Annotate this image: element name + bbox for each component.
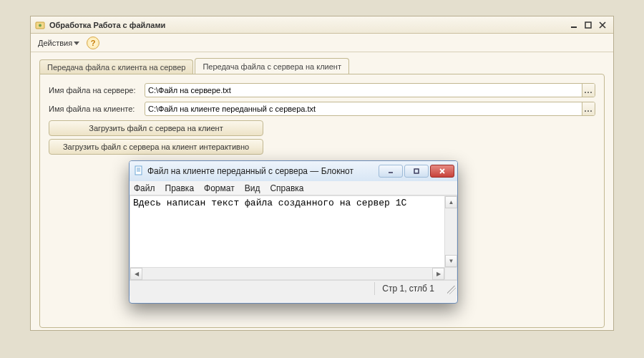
server-file-field: ... bbox=[145, 83, 595, 97]
notepad-title: Файл на клиенте переданный с сервера — Б… bbox=[147, 166, 377, 176]
minimize-button[interactable] bbox=[567, 19, 580, 31]
notepad-content: Вдесь написан текст файла созданного на … bbox=[130, 196, 457, 210]
client-file-field: ... bbox=[145, 102, 595, 116]
notepad-menu-edit[interactable]: Правка bbox=[165, 183, 195, 193]
vertical-scrollbar[interactable]: ▲ ▼ bbox=[444, 196, 457, 267]
download-interactive-button[interactable]: Загрузить файл с сервера на клиент интер… bbox=[49, 139, 263, 155]
actions-menu[interactable]: Действия bbox=[35, 37, 82, 49]
scroll-left-icon[interactable]: ◀ bbox=[130, 268, 142, 280]
scrollbar-corner bbox=[444, 267, 457, 279]
maximize-button[interactable] bbox=[582, 19, 595, 31]
download-button[interactable]: Загрузить файл с сервера на клиент bbox=[49, 120, 263, 136]
notepad-titlebar[interactable]: Файл на клиенте переданный с сервера — Б… bbox=[130, 161, 457, 181]
server-file-input[interactable] bbox=[145, 84, 582, 97]
svg-marker-6 bbox=[74, 42, 79, 45]
svg-rect-3 bbox=[585, 22, 591, 28]
svg-rect-12 bbox=[414, 169, 419, 173]
notepad-menu-file[interactable]: Файл bbox=[134, 183, 155, 193]
toolbar: Действия ? bbox=[31, 34, 613, 52]
scroll-right-icon[interactable]: ▶ bbox=[432, 268, 444, 280]
tab-server-to-client[interactable]: Передача файла с сервера на клиент bbox=[195, 58, 349, 74]
client-file-browse-button[interactable]: ... bbox=[582, 102, 595, 115]
window-title: Обработка Работа с файлами bbox=[49, 21, 566, 29]
tab-strip: Передача файла с клиента на сервер Перед… bbox=[31, 52, 613, 74]
notepad-menubar: Файл Правка Формат Вид Справка bbox=[130, 181, 457, 195]
close-button[interactable] bbox=[596, 19, 609, 31]
client-file-label: Имя файла на клиенте: bbox=[49, 105, 145, 113]
notepad-cursor-position: Стр 1, стлб 1 bbox=[374, 282, 441, 295]
notepad-text-area[interactable]: Вдесь написан текст файла созданного на … bbox=[130, 195, 457, 280]
svg-point-1 bbox=[39, 24, 42, 26]
server-file-browse-button[interactable]: ... bbox=[582, 84, 595, 97]
scroll-down-icon[interactable]: ▼ bbox=[445, 255, 457, 267]
notepad-menu-view[interactable]: Вид bbox=[245, 183, 260, 193]
help-button[interactable]: ? bbox=[87, 37, 99, 49]
notepad-menu-format[interactable]: Формат bbox=[204, 183, 235, 193]
chevron-down-icon bbox=[74, 39, 79, 47]
notepad-window: Файл на клиенте переданный с сервера — Б… bbox=[129, 160, 458, 304]
svg-rect-7 bbox=[135, 166, 142, 175]
client-file-input[interactable] bbox=[145, 102, 582, 115]
notepad-minimize-button[interactable] bbox=[379, 165, 403, 178]
titlebar: Обработка Работа с файлами bbox=[31, 16, 613, 34]
resize-grip-icon[interactable] bbox=[447, 286, 456, 294]
horizontal-scrollbar[interactable]: ◀ ▶ bbox=[130, 267, 444, 279]
notepad-maximize-button[interactable] bbox=[404, 165, 429, 178]
notepad-menu-help[interactable]: Справка bbox=[270, 183, 303, 193]
notepad-statusbar: Стр 1, стлб 1 bbox=[130, 280, 457, 296]
actions-label: Действия bbox=[38, 39, 72, 47]
notepad-close-button[interactable] bbox=[430, 165, 454, 178]
app-icon bbox=[35, 20, 45, 30]
tab-client-to-server[interactable]: Передача файла с клиента на сервер bbox=[39, 59, 193, 74]
server-file-label: Имя файла на сервере: bbox=[49, 86, 145, 95]
notepad-icon bbox=[134, 165, 144, 177]
scroll-up-icon[interactable]: ▲ bbox=[445, 196, 457, 208]
